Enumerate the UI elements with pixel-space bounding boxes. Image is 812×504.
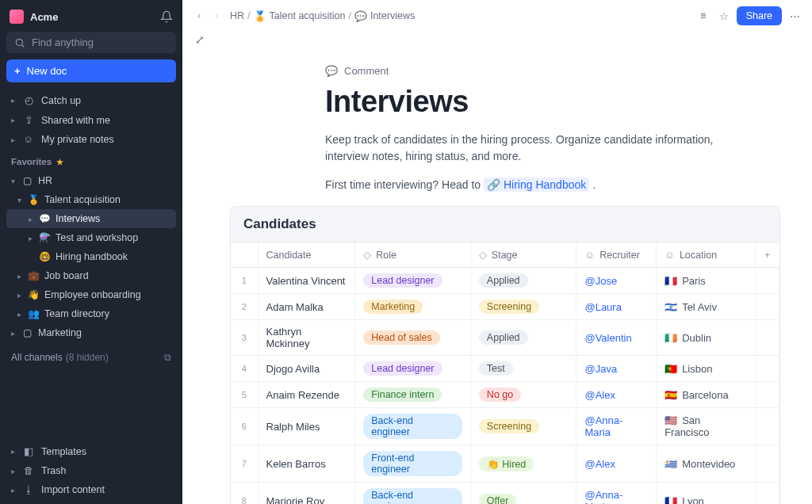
cell-candidate[interactable]: Kathryn Mckinney (258, 320, 355, 356)
tree-test-workshop[interactable]: ▸ ⚗️ Test and workshop (6, 228, 176, 247)
cell-stage[interactable]: Screening (470, 294, 576, 320)
nav-catch-up[interactable]: ▸ ◴ Catch up (6, 90, 176, 110)
cell-recruiter[interactable]: @Anna-Maria (576, 408, 657, 445)
all-channels[interactable]: All channels (8 hidden) ⧉ (6, 342, 176, 366)
cell-recruiter[interactable]: @Anna-Maria (576, 483, 657, 505)
col-recruiter[interactable]: ☺Recruiter (576, 242, 657, 268)
cell-stage[interactable]: 👏 Hired (470, 445, 576, 483)
duplicate-icon[interactable]: ⧉ (164, 352, 171, 363)
add-column-button[interactable]: + (756, 242, 779, 268)
plus-icon: + (14, 65, 21, 77)
hiring-handbook-link[interactable]: 🔗Hiring Handbook (484, 178, 589, 192)
share-button[interactable]: Share (737, 6, 782, 25)
expand-icon[interactable]: ⤢ (195, 33, 205, 46)
table-row[interactable]: 5Anaim RezendeFinance internNo go@Alex🇪🇸… (231, 382, 779, 408)
cell-stage[interactable]: Offer (470, 483, 576, 505)
cell-role[interactable]: Head of sales (355, 320, 471, 356)
nav-trash[interactable]: ▸ 🗑 Trash (6, 461, 176, 480)
cell-location[interactable]: 🇫🇷Lyon (657, 483, 756, 505)
comment-button[interactable]: 💬 Comment (325, 65, 764, 77)
nav-import[interactable]: ▸ ⭳ Import content (6, 480, 176, 499)
cell-candidate[interactable]: Anaim Rezende (258, 382, 355, 408)
tag-icon: ◇ (363, 250, 371, 261)
forward-button[interactable]: › (209, 10, 224, 21)
cell-role[interactable]: Back-end engineer (355, 408, 471, 445)
cell-candidate[interactable]: Djogo Avilla (258, 356, 355, 382)
cell-candidate[interactable]: Marjorie Roy (258, 483, 355, 505)
chevron-right-icon: ▸ (17, 310, 25, 319)
cell-stage[interactable]: Screening (470, 408, 576, 445)
tree-team-directory[interactable]: ▸ 👥 Team directory (6, 304, 176, 323)
table-row[interactable]: 7Kelen BarrosFront-end engineer👏 Hired@A… (231, 445, 779, 483)
chevron-right-icon: ▸ (29, 215, 36, 223)
back-button[interactable]: ‹ (192, 10, 206, 21)
tree-interviews[interactable]: ▸ 💬 Interviews (6, 209, 176, 228)
cell-recruiter[interactable]: @Alex (576, 382, 657, 408)
workspace-header[interactable]: Acme (6, 6, 176, 32)
cell-recruiter[interactable]: @Jose (576, 268, 657, 294)
cell-candidate[interactable]: Valentina Vincent (258, 268, 355, 294)
tree-onboarding[interactable]: ▸ 👋 Employee onboarding (6, 285, 176, 304)
col-location[interactable]: ☺Location (657, 242, 756, 268)
cell-role[interactable]: Lead designer (355, 356, 471, 382)
flag-icon: 🇵🇹 (665, 363, 677, 375)
table-row[interactable]: 4Djogo AvillaLead designerTest@Java🇵🇹Lis… (231, 356, 779, 382)
new-doc-button[interactable]: + New doc (6, 59, 176, 82)
col-stage[interactable]: ◇Stage (470, 242, 576, 268)
workspace-logo (10, 10, 24, 24)
search-input[interactable]: Find anything (6, 32, 176, 53)
breadcrumb-hr[interactable]: HR (230, 10, 244, 21)
cell-recruiter[interactable]: @Alex (576, 445, 657, 483)
nav-templates[interactable]: ▸ ◧ Templates (6, 441, 176, 461)
col-candidate[interactable]: Candidate (258, 242, 355, 268)
chevron-right-icon: ▸ (17, 272, 25, 281)
cell-location[interactable]: 🇮🇱Tel Aviv (657, 294, 756, 320)
cell-location[interactable]: 🇺🇸San Francisco (657, 408, 756, 445)
row-index: 2 (231, 294, 258, 320)
page-title: Interviews (325, 85, 764, 119)
candidates-table: Candidates Candidate ◇Role ◇Stage ☺Recru… (230, 206, 780, 504)
list-icon[interactable]: ≡ (695, 10, 711, 21)
tree-hr[interactable]: ▾ ▢ HR (6, 171, 176, 190)
more-icon[interactable]: ⋯ (787, 10, 802, 22)
table-row[interactable]: 3Kathryn MckinneyHead of salesApplied@Va… (231, 320, 779, 356)
notifications-icon[interactable] (160, 10, 173, 23)
cell-recruiter[interactable]: @Java (576, 356, 657, 382)
tree-marketing[interactable]: ▸ ▢ Marketing (6, 323, 176, 342)
cell-location[interactable]: 🇵🇹Lisbon (657, 356, 756, 382)
tree-talent-acquisition[interactable]: ▾ 🏅 Talent acquisition (6, 190, 176, 209)
cell-recruiter[interactable]: @Valentin (576, 320, 657, 356)
person-icon: ☺ (584, 250, 595, 261)
chevron-right-icon: ▸ (11, 116, 19, 124)
col-role[interactable]: ◇Role (355, 242, 471, 268)
star-icon[interactable]: ☆ (716, 10, 732, 22)
nav-shared[interactable]: ▸ ⇪ Shared with me (6, 110, 176, 130)
cell-location[interactable]: 🇫🇷Paris (657, 268, 756, 294)
cell-location[interactable]: 🇮🇪Dublin (657, 320, 756, 356)
cell-stage[interactable]: Applied (470, 268, 576, 294)
breadcrumb-interviews[interactable]: 💬Interviews (354, 10, 415, 22)
cell-role[interactable]: Marketing (355, 294, 471, 320)
table-row[interactable]: 1Valentina VincentLead designerApplied@J… (231, 268, 779, 294)
table-row[interactable]: 6Ralph MilesBack-end engineerScreening@A… (231, 408, 779, 445)
cell-role[interactable]: Front-end engineer (355, 445, 471, 483)
table-row[interactable]: 8Marjorie RoyBack-end engineerOffer@Anna… (231, 483, 779, 505)
nav-private[interactable]: ▸ ☺ My private notes (6, 130, 176, 149)
cell-stage[interactable]: No go (470, 382, 576, 408)
cell-role[interactable]: Back-end engineer (355, 483, 471, 505)
table-row[interactable]: 2Adam MalkaMarketingScreening@Laura🇮🇱Tel… (231, 294, 779, 320)
cell-stage[interactable]: Applied (470, 320, 576, 356)
cell-candidate[interactable]: Adam Malka (258, 294, 355, 320)
cell-location[interactable]: 🇪🇸Barcelona (657, 382, 756, 408)
cell-role[interactable]: Lead designer (355, 268, 471, 294)
breadcrumb-talent[interactable]: 🏅Talent acquisition (254, 10, 346, 22)
cell-recruiter[interactable]: @Laura (576, 294, 657, 320)
tree-job-board[interactable]: ▸ 💼 Job board (6, 266, 176, 285)
cell-candidate[interactable]: Kelen Barros (258, 445, 355, 483)
cell-role[interactable]: Finance intern (355, 382, 471, 408)
cell-candidate[interactable]: Ralph Miles (258, 408, 355, 445)
flask-icon: ⚗️ (38, 232, 51, 243)
tree-hiring-handbook[interactable]: ▸ 🤓 Hiring handbook (6, 247, 176, 266)
cell-location[interactable]: 🇺🇾Montevideo (657, 445, 756, 483)
cell-stage[interactable]: Test (470, 356, 576, 382)
